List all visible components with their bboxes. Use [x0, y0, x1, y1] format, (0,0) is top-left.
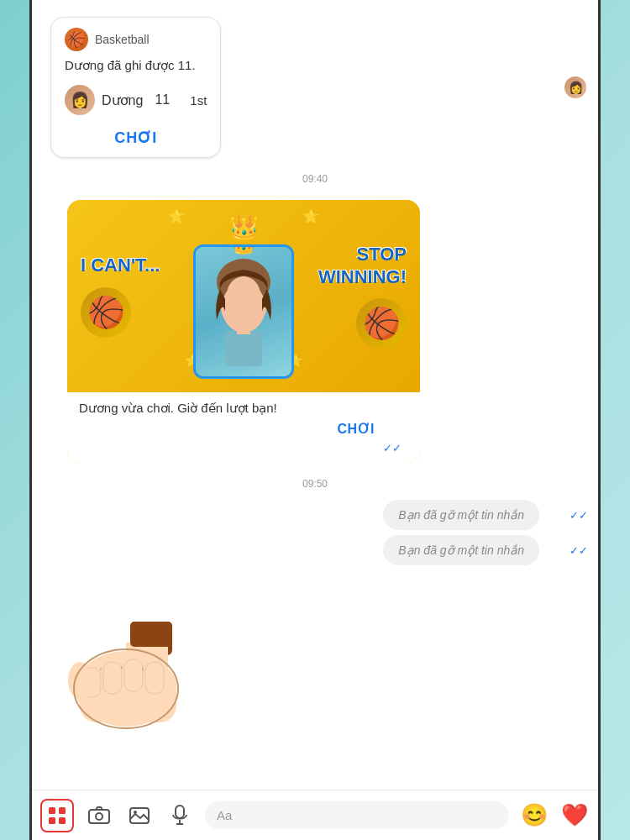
- svg-rect-7: [59, 807, 66, 814]
- heart-icon: ❤️: [561, 802, 588, 828]
- winner-text-right: STOP WINNING!: [294, 244, 407, 288]
- message-input[interactable]: Aa: [205, 801, 509, 829]
- double-check-icon: ✓✓: [383, 442, 402, 454]
- svg-rect-5: [237, 321, 250, 334]
- winner-card-container: ⭐ ⭐ ⭐ ⭐ I CAN'T... 🏀 👑: [32, 192, 598, 471]
- game-card-title: Basketball: [95, 33, 150, 46]
- player-score: 11: [150, 92, 175, 108]
- emoji-icon: 😊: [521, 802, 548, 828]
- svg-rect-8: [49, 817, 55, 824]
- heart-button[interactable]: ❤️: [559, 801, 590, 831]
- svg-rect-4: [225, 331, 262, 366]
- apps-icon: [48, 806, 66, 825]
- trophy-right: 🏀: [356, 298, 407, 349]
- check-1: ✓✓: [570, 509, 588, 522]
- game-score-text: Dương đã ghi được 11.: [65, 58, 207, 73]
- apps-button[interactable]: [40, 799, 74, 832]
- winner-right: STOP WINNING! 🏀: [294, 244, 407, 349]
- deleted-msg-1: Bạn đã gỡ một tin nhắn: [383, 500, 539, 530]
- timestamp-0950: 09:50: [32, 478, 598, 490]
- user-photo: [196, 247, 291, 376]
- camera-button[interactable]: [84, 801, 114, 831]
- winner-card: ⭐ ⭐ ⭐ ⭐ I CAN'T... 🏀 👑: [67, 200, 420, 463]
- winner-left: I CAN'T... 🏀: [81, 255, 193, 337]
- deleted-msg-2: Bạn đã gỡ một tin nhắn: [383, 535, 539, 565]
- winner-phone: [193, 244, 294, 379]
- avatar-right: 👩: [564, 76, 586, 98]
- leaderboard-row: 👩 Dương 11 1st: [65, 81, 207, 118]
- chat-area[interactable]: 🏀 Basketball Dương đã ghi được 11. 👩 Dươ…: [32, 0, 598, 790]
- check-container: ✓✓: [79, 442, 408, 458]
- star-deco: ⭐: [168, 208, 185, 224]
- winner-sub-text: Dương vừa chơi. Giờ đến lượt bạn!: [79, 401, 408, 416]
- winner-card-inner: ⭐ ⭐ ⭐ ⭐ I CAN'T... 🏀 👑: [67, 200, 420, 392]
- bubble-row-1: Bạn đã gỡ một tin nhắn ✓✓: [383, 500, 588, 530]
- bottom-toolbar: Aa 😊 ❤️: [32, 790, 598, 840]
- spacer: [32, 569, 598, 737]
- emoji-button[interactable]: 😊: [519, 801, 549, 831]
- player-name: Dương: [102, 92, 143, 108]
- winner-text-left: I CAN'T...: [81, 255, 160, 276]
- player-rank: 1st: [181, 93, 207, 108]
- mic-button[interactable]: [165, 801, 195, 831]
- deleted-msgs-container: Bạn đã gỡ một tin nhắn ✓✓ Bạn đã gỡ một …: [32, 496, 598, 569]
- avatar-image: 👩: [65, 85, 95, 115]
- svg-rect-6: [49, 807, 55, 814]
- timestamp-0940: 09:40: [32, 173, 598, 185]
- avatar: 👩: [65, 85, 95, 115]
- svg-point-3: [227, 276, 260, 313]
- bubble-row-2: Bạn đã gỡ một tin nhắn ✓✓: [383, 535, 588, 565]
- star-deco-3: ⭐: [302, 208, 319, 224]
- basketball-icon: 🏀: [65, 28, 88, 51]
- user-svg: [202, 257, 286, 366]
- trophy-left: 🏀: [81, 287, 131, 338]
- image-icon: [129, 806, 150, 825]
- play-btn-container: CHƠI: [65, 129, 207, 147]
- winner-play-btn[interactable]: CHƠI: [79, 416, 408, 442]
- play-button[interactable]: CHƠI: [114, 129, 157, 146]
- svg-rect-9: [59, 817, 66, 824]
- svg-rect-10: [89, 810, 109, 823]
- center-phone-wrapper: 👑: [193, 213, 294, 379]
- svg-point-11: [96, 813, 102, 820]
- svg-rect-14: [176, 806, 184, 818]
- mic-icon: [172, 805, 187, 827]
- crown-icon: 👑: [193, 213, 294, 241]
- game-card-header: 🏀 Basketball: [65, 28, 207, 51]
- camera-icon: [88, 806, 110, 825]
- game-card: 🏀 Basketball Dương đã ghi được 11. 👩 Dươ…: [50, 17, 221, 158]
- winner-bottom: Dương vừa chơi. Giờ đến lượt bạn! CHƠI ✓…: [67, 392, 420, 463]
- check-2: ✓✓: [570, 544, 588, 557]
- image-button[interactable]: [124, 801, 155, 831]
- phone-frame: 🏀 Basketball Dương đã ghi được 11. 👩 Dươ…: [29, 0, 601, 840]
